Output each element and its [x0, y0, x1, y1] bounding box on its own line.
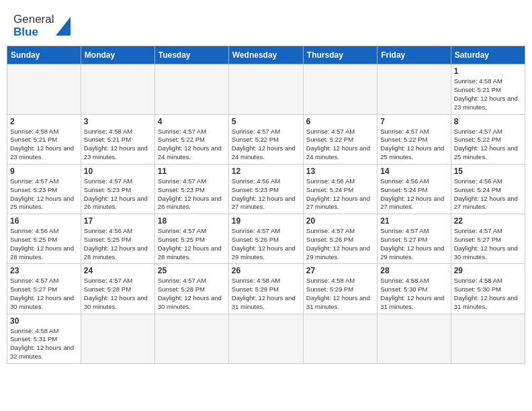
day-info: Sunrise: 4:56 AM Sunset: 5:25 PM Dayligh…: [84, 227, 152, 261]
calendar-cell: [81, 314, 154, 363]
day-number: 15: [454, 167, 522, 176]
day-info: Sunrise: 4:57 AM Sunset: 5:23 PM Dayligh…: [158, 177, 226, 212]
day-info: Sunrise: 4:56 AM Sunset: 5:24 PM Dayligh…: [306, 177, 374, 212]
calendar-cell: 13Sunrise: 4:56 AM Sunset: 5:24 PM Dayli…: [303, 164, 377, 214]
day-info: Sunrise: 4:58 AM Sunset: 5:30 PM Dayligh…: [454, 277, 522, 311]
calendar-cell: [154, 64, 228, 114]
day-number: 3: [84, 117, 152, 126]
calendar-cell: 7Sunrise: 4:57 AM Sunset: 5:22 PM Daylig…: [378, 114, 451, 164]
day-info: Sunrise: 4:57 AM Sunset: 5:26 PM Dayligh…: [232, 227, 300, 261]
day-number: 8: [454, 117, 522, 126]
day-info: Sunrise: 4:57 AM Sunset: 5:22 PM Dayligh…: [454, 128, 522, 162]
day-number: 12: [232, 167, 300, 176]
day-number: 14: [380, 167, 447, 176]
day-info: Sunrise: 4:57 AM Sunset: 5:27 PM Dayligh…: [380, 227, 447, 261]
day-number: 24: [84, 266, 152, 275]
calendar-cell: 28Sunrise: 4:58 AM Sunset: 5:30 PM Dayli…: [378, 264, 451, 314]
weekday-sunday: Sunday: [7, 46, 81, 64]
day-info: Sunrise: 4:57 AM Sunset: 5:25 PM Dayligh…: [158, 227, 226, 261]
calendar-cell: 1Sunrise: 4:58 AM Sunset: 5:21 PM Daylig…: [451, 64, 525, 114]
day-info: Sunrise: 4:58 AM Sunset: 5:29 PM Dayligh…: [306, 277, 374, 311]
day-number: 29: [454, 266, 522, 275]
weekday-monday: Monday: [81, 46, 154, 64]
calendar-cell: [228, 64, 303, 114]
day-info: Sunrise: 4:57 AM Sunset: 5:28 PM Dayligh…: [158, 277, 226, 311]
day-number: 21: [380, 216, 447, 226]
calendar-cell: 11Sunrise: 4:57 AM Sunset: 5:23 PM Dayli…: [154, 164, 228, 214]
logo-icon: [56, 17, 71, 36]
day-number: 28: [380, 266, 447, 275]
day-info: Sunrise: 4:56 AM Sunset: 5:23 PM Dayligh…: [232, 177, 300, 212]
calendar-cell: 26Sunrise: 4:58 AM Sunset: 5:29 PM Dayli…: [228, 264, 303, 314]
calendar-cell: 6Sunrise: 4:57 AM Sunset: 5:22 PM Daylig…: [303, 114, 377, 164]
calendar-cell: 14Sunrise: 4:56 AM Sunset: 5:24 PM Dayli…: [378, 164, 451, 214]
day-info: Sunrise: 4:57 AM Sunset: 5:23 PM Dayligh…: [10, 177, 78, 212]
calendar-cell: 15Sunrise: 4:56 AM Sunset: 5:24 PM Dayli…: [451, 164, 525, 214]
day-number: 20: [306, 216, 374, 226]
day-number: 22: [454, 216, 522, 226]
calendar-week-row: 16Sunrise: 4:56 AM Sunset: 5:25 PM Dayli…: [7, 214, 525, 264]
calendar-cell: [378, 64, 451, 114]
day-number: 17: [84, 216, 152, 226]
svg-marker-0: [56, 17, 71, 36]
weekday-friday: Friday: [378, 46, 451, 64]
calendar-week-row: 2Sunrise: 4:58 AM Sunset: 5:21 PM Daylig…: [7, 114, 525, 164]
day-info: Sunrise: 4:58 AM Sunset: 5:21 PM Dayligh…: [84, 128, 152, 162]
weekday-saturday: Saturday: [451, 46, 525, 64]
calendar-week-row: 30Sunrise: 4:58 AM Sunset: 5:31 PM Dayli…: [7, 314, 525, 363]
weekday-wednesday: Wednesday: [228, 46, 303, 64]
calendar-cell: [154, 314, 228, 363]
day-info: Sunrise: 4:57 AM Sunset: 5:27 PM Dayligh…: [454, 227, 522, 261]
calendar-cell: 30Sunrise: 4:58 AM Sunset: 5:31 PM Dayli…: [7, 314, 81, 363]
day-info: Sunrise: 4:57 AM Sunset: 5:23 PM Dayligh…: [84, 177, 152, 212]
weekday-thursday: Thursday: [303, 46, 377, 64]
calendar-cell: 4Sunrise: 4:57 AM Sunset: 5:22 PM Daylig…: [154, 114, 228, 164]
day-info: Sunrise: 4:57 AM Sunset: 5:27 PM Dayligh…: [10, 277, 78, 311]
calendar-cell: 8Sunrise: 4:57 AM Sunset: 5:22 PM Daylig…: [451, 114, 525, 164]
day-info: Sunrise: 4:57 AM Sunset: 5:22 PM Dayligh…: [306, 128, 374, 162]
calendar-cell: 25Sunrise: 4:57 AM Sunset: 5:28 PM Dayli…: [154, 264, 228, 314]
day-number: 9: [10, 167, 78, 176]
calendar-cell: 20Sunrise: 4:57 AM Sunset: 5:26 PM Dayli…: [303, 214, 377, 264]
weekday-header-row: SundayMondayTuesdayWednesdayThursdayFrid…: [7, 46, 525, 64]
day-info: Sunrise: 4:58 AM Sunset: 5:30 PM Dayligh…: [380, 277, 447, 311]
calendar-week-row: 23Sunrise: 4:57 AM Sunset: 5:27 PM Dayli…: [7, 264, 525, 314]
day-number: 2: [10, 117, 78, 126]
day-number: 30: [10, 316, 78, 326]
day-number: 4: [158, 117, 226, 126]
calendar-cell: [228, 314, 303, 363]
day-info: Sunrise: 4:58 AM Sunset: 5:21 PM Dayligh…: [10, 128, 78, 162]
calendar-cell: 9Sunrise: 4:57 AM Sunset: 5:23 PM Daylig…: [7, 164, 81, 214]
day-number: 13: [306, 167, 374, 176]
day-number: 6: [306, 117, 374, 126]
calendar-cell: 10Sunrise: 4:57 AM Sunset: 5:23 PM Dayli…: [81, 164, 154, 214]
day-info: Sunrise: 4:57 AM Sunset: 5:22 PM Dayligh…: [158, 128, 226, 162]
day-info: Sunrise: 4:57 AM Sunset: 5:26 PM Dayligh…: [306, 227, 374, 261]
day-number: 25: [158, 266, 226, 275]
calendar-cell: 3Sunrise: 4:58 AM Sunset: 5:21 PM Daylig…: [81, 114, 154, 164]
day-number: 5: [232, 117, 300, 126]
calendar-cell: 16Sunrise: 4:56 AM Sunset: 5:25 PM Dayli…: [7, 214, 81, 264]
day-info: Sunrise: 4:58 AM Sunset: 5:29 PM Dayligh…: [232, 277, 300, 311]
day-number: 11: [158, 167, 226, 176]
calendar-cell: [303, 314, 377, 363]
calendar-cell: 19Sunrise: 4:57 AM Sunset: 5:26 PM Dayli…: [228, 214, 303, 264]
calendar-cell: 29Sunrise: 4:58 AM Sunset: 5:30 PM Dayli…: [451, 264, 525, 314]
day-info: Sunrise: 4:57 AM Sunset: 5:22 PM Dayligh…: [232, 128, 300, 162]
calendar-cell: 5Sunrise: 4:57 AM Sunset: 5:22 PM Daylig…: [228, 114, 303, 164]
calendar-cell: 17Sunrise: 4:56 AM Sunset: 5:25 PM Dayli…: [81, 214, 154, 264]
day-info: Sunrise: 4:57 AM Sunset: 5:22 PM Dayligh…: [380, 128, 447, 162]
day-number: 27: [306, 266, 374, 275]
day-info: Sunrise: 4:58 AM Sunset: 5:31 PM Dayligh…: [10, 327, 78, 361]
calendar-week-row: 9Sunrise: 4:57 AM Sunset: 5:23 PM Daylig…: [7, 164, 525, 214]
day-number: 1: [454, 66, 522, 76]
calendar-cell: 18Sunrise: 4:57 AM Sunset: 5:25 PM Dayli…: [154, 214, 228, 264]
calendar-cell: 21Sunrise: 4:57 AM Sunset: 5:27 PM Dayli…: [378, 214, 451, 264]
page-header: General Blue: [7, 7, 525, 42]
day-info: Sunrise: 4:57 AM Sunset: 5:28 PM Dayligh…: [84, 277, 152, 311]
calendar-cell: [451, 314, 525, 363]
day-number: 16: [10, 216, 78, 226]
day-number: 18: [158, 216, 226, 226]
day-number: 7: [380, 117, 447, 126]
calendar-table: SundayMondayTuesdayWednesdayThursdayFrid…: [7, 46, 525, 364]
